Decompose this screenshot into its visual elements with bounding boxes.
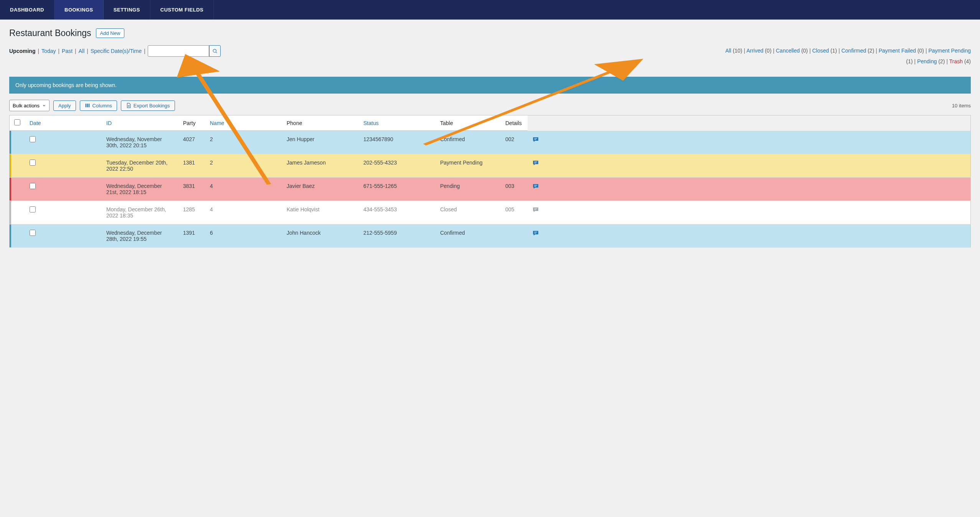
items-count: 10 items [952,103,971,109]
status-confirmed[interactable]: Confirmed [841,48,866,54]
cell-id: 1381 [178,154,205,178]
row-checkbox[interactable] [30,183,36,189]
svg-rect-4 [88,104,89,107]
cell-status: Pending [436,178,501,201]
status-all[interactable]: All [725,48,731,54]
col-phone: Phone [282,115,359,131]
search-button[interactable] [209,45,221,57]
row-checkbox[interactable] [30,160,36,166]
table-actions: Bulk actions Apply Columns Export Bookin… [9,100,175,111]
svg-rect-3 [87,104,87,107]
cell-status: Payment Pending [436,154,501,178]
table-row[interactable]: Wednesday, December 28th, 2022 19:55 139… [10,224,971,248]
cell-party: 2 [205,131,282,154]
col-status[interactable]: Status [359,115,436,131]
nav-bookings[interactable]: BOOKINGS [54,0,104,20]
cell-status: Closed [436,201,501,224]
status-cancelled[interactable]: Cancelled [776,48,800,54]
details-button[interactable] [532,208,539,214]
status-pending[interactable]: Pending [917,58,937,64]
row-checkbox[interactable] [30,206,36,212]
page-title: Restaurant Bookings [9,28,91,38]
col-details: Details [501,115,528,131]
cell-table: 003 [501,178,528,201]
cell-date: Wednesday, December 28th, 2022 19:55 [102,224,178,248]
columns-icon [85,103,90,108]
table-row[interactable]: Tuesday, December 20th, 2022 22:50 1381 … [10,154,971,178]
col-id[interactable]: ID [102,115,178,131]
date-filter-bar: Upcoming | Today | Past | All | Specific… [9,45,221,57]
cell-id: 3831 [178,178,205,201]
cell-name: John Hancock [282,224,359,248]
notice-banner: Only upcoming bookings are being shown. [9,77,971,94]
cell-phone: 671-555-1265 [359,178,436,201]
col-date[interactable]: Date [25,115,102,131]
cell-name: Katie Holqvist [282,201,359,224]
svg-line-1 [216,52,217,53]
filter-today[interactable]: Today [41,48,56,54]
top-nav: DASHBOARD BOOKINGS SETTINGS CUSTOM FIELD… [0,0,980,20]
cell-date: Tuesday, December 20th, 2022 22:50 [102,154,178,178]
cell-date: Wednesday, December 21st, 2022 18:15 [102,178,178,201]
export-icon [126,103,131,108]
message-icon [532,206,539,213]
status-arrived[interactable]: Arrived [746,48,763,54]
cell-id: 1285 [178,201,205,224]
nav-dashboard[interactable]: DASHBOARD [0,0,54,20]
details-button[interactable] [532,138,539,144]
cell-table [501,224,528,248]
status-trash[interactable]: Trash [949,58,963,64]
table-row[interactable]: Wednesday, December 21st, 2022 18:15 383… [10,178,971,201]
details-button[interactable] [532,185,539,191]
table-row[interactable]: Monday, December 26th, 2022 18:35 1285 4… [10,201,971,224]
status-payment-failed[interactable]: Payment Failed [879,48,916,54]
select-all-checkbox[interactable] [14,119,20,125]
message-icon [532,160,539,166]
message-icon [532,183,539,190]
cell-table: 005 [501,201,528,224]
columns-button[interactable]: Columns [80,100,117,111]
svg-rect-2 [85,104,86,107]
cell-party: 4 [205,178,282,201]
cell-party: 2 [205,154,282,178]
table-row[interactable]: Wednesday, November 30th, 2022 20:15 402… [10,131,971,154]
apply-button[interactable]: Apply [53,100,76,111]
cell-name: James Jameson [282,154,359,178]
cell-table [501,154,528,178]
cell-date: Wednesday, November 30th, 2022 20:15 [102,131,178,154]
cell-party: 6 [205,224,282,248]
cell-phone: 1234567890 [359,131,436,154]
add-new-button[interactable]: Add New [96,28,125,38]
svg-point-0 [213,49,216,52]
col-party: Party [178,115,205,131]
details-button[interactable] [532,161,539,168]
status-closed[interactable]: Closed [812,48,829,54]
search-input[interactable] [148,45,209,57]
cell-date: Monday, December 26th, 2022 18:35 [102,201,178,224]
col-name[interactable]: Name [205,115,282,131]
cell-name: Javier Baez [282,178,359,201]
filter-upcoming[interactable]: Upcoming [9,48,35,54]
cell-id: 1391 [178,224,205,248]
nav-settings[interactable]: SETTINGS [104,0,150,20]
row-checkbox[interactable] [30,136,36,142]
nav-custom-fields[interactable]: CUSTOM FIELDS [150,0,214,20]
row-checkbox[interactable] [30,230,36,236]
bookings-table: Date ID Party Name Phone Status Table De… [9,115,971,248]
details-button[interactable] [532,232,539,238]
cell-status: Confirmed [436,224,501,248]
filter-past[interactable]: Past [62,48,73,54]
cell-phone: 434-555-3453 [359,201,436,224]
bulk-actions-select[interactable]: Bulk actions [9,100,49,111]
cell-status: Confirmed [436,131,501,154]
status-payment-pending[interactable]: Payment Pending [928,48,971,54]
cell-phone: 202-555-4323 [359,154,436,178]
status-filter-bar: All (10) | Arrived (0) | Cancelled (0) |… [721,45,971,67]
cell-name: Jen Hupper [282,131,359,154]
search-icon [212,48,218,54]
message-icon [532,136,539,143]
export-button[interactable]: Export Bookings [121,100,175,111]
filter-all[interactable]: All [79,48,85,54]
cell-table: 002 [501,131,528,154]
filter-specific-date[interactable]: Specific Date(s)/Time [91,48,142,54]
